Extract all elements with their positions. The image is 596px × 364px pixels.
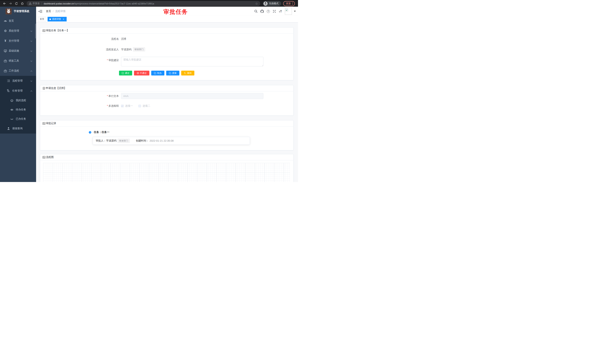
eye-open-icon [10,108,13,111]
created-time-label: 创建时间： [136,139,149,142]
browser-reload-button[interactable] [13,1,19,6]
incognito-badge: 无痕模式 [263,1,281,6]
checkbox-checked-icon [121,105,124,107]
refresh-left-icon [184,72,186,74]
clock-icon [89,131,91,134]
chevron-up-icon [30,89,32,92]
edit-icon [154,72,156,74]
bpmn-canvas-grid[interactable] [43,163,290,182]
address-bar[interactable]: 不安全 dashboard.yudao.iocoder.cn/bpm/proce… [27,1,260,6]
picture-icon [43,156,45,159]
tab-process-detail[interactable]: 流程详情 [48,17,67,22]
single-text-label: 单行文本 [40,94,119,98]
avatar[interactable] [285,8,292,15]
fullscreen-icon[interactable] [273,10,276,13]
close-icon[interactable] [62,18,65,21]
chevron-down-icon [30,49,32,52]
approval-buttons-row: 通过 不通过 转办 委派 退回 [119,71,293,75]
insecure-warning-icon [29,2,31,5]
sidebar-item-workflow[interactable]: 工作流程 [0,66,36,76]
browser-update-button[interactable]: 更新 [283,1,295,6]
record-detail-box: 审批人： 芋道源码 研发部门 创建时间： 2022-01-21 22:35:08 [93,137,250,145]
sidebar-item-label: 支付管理 [9,39,19,43]
picture-icon [43,122,45,125]
sidebar-item-home[interactable]: 首页 [0,16,36,26]
browser-menu-kebab-icon[interactable] [292,2,293,5]
avatar-dropdown-caret-icon[interactable] [294,11,296,12]
sidebar-item-process-mgmt[interactable]: 流程管理 [0,76,36,86]
sidebar-item-label: 已办任务 [16,117,26,121]
card-title: 申请信息【滔博】 [46,87,67,90]
browser-back-button[interactable] [1,1,7,6]
github-icon[interactable] [261,10,264,13]
approver-value: 芋道源码 [106,139,116,142]
delegate-button[interactable]: 委派 [166,71,179,75]
sidebar-item-payment-mgmt[interactable]: 支付管理 [0,36,36,46]
omnibox-divider [42,2,42,5]
transfer-button[interactable]: 转办 [151,71,164,75]
url-path: /bpm/process-instance/detail?id=54aa251f… [74,2,154,5]
created-time-value: 2022-01-21 22:35:08 [149,139,174,142]
browser-forward-button[interactable] [7,1,13,6]
robot-icon [10,99,13,102]
suggestion-textarea[interactable] [121,57,263,66]
tab-label: 流程详情 [52,18,61,21]
navbar-right-menu [254,7,296,16]
initiator-value: 芋道源码 [121,48,131,51]
return-button[interactable]: 退回 [181,71,194,75]
edit-icon [122,72,124,74]
sidebar-item-system-mgmt[interactable]: 系统管理 [0,26,36,36]
sidebar-item-leave-query[interactable]: 请假查询 [0,124,36,134]
main-content: 审批任务【任务一】 流程名 滔博 流程发起人 芋道源码 研发部门 审批建议 通过 [36,22,298,182]
gear-icon [4,29,7,32]
incognito-icon [264,2,268,6]
help-icon[interactable] [267,10,270,13]
checkbox-unchecked-icon [138,105,141,107]
checkbox-label: 选项二 [142,104,150,108]
sidebar-item-dev-tools[interactable]: 研发工具 [0,56,36,66]
sidebar-item-done-tasks[interactable]: 已办任务 [0,114,36,124]
toolbox-icon [4,69,7,72]
process-name-row: 流程名 滔博 [40,37,293,41]
button-label: 退回 [187,72,192,75]
sidebar-item-label: 我的流程 [16,99,26,102]
sidebar-item-infrastructure[interactable]: 基础设施 [0,46,36,56]
user-icon [7,127,10,130]
department-tag: 研发部门 [118,139,130,143]
browser-toolbar: 不安全 dashboard.yudao.iocoder.cn/bpm/proce… [0,0,298,7]
navbar: 首页 / 流程详情 审批任务 [36,7,298,16]
tab-home[interactable]: 首页 [38,17,46,22]
reject-button[interactable]: 不通过 [134,71,149,75]
sidebar-logo[interactable]: 芋道管理系统 [0,7,36,16]
browser-home-button[interactable] [19,1,25,6]
tags-view-bar: 首页 流程详情 [36,16,298,22]
breadcrumb-home[interactable]: 首页 [46,10,51,13]
approval-record-card: 审批记录 任务：任务一 审批人： 芋道源码 研发部门 创建时间： 2022-01… [40,120,294,150]
approve-button[interactable]: 通过 [119,71,132,75]
picture-icon [43,29,45,32]
checkbox-group-row: 多选框组 选项一 选项二 [40,104,293,108]
annotation-overlay-text: 审批任务 [164,8,188,16]
application-info-card-header: 申请信息【滔博】 [40,85,293,91]
sidebar-scrollbar[interactable] [35,24,36,38]
font-size-icon[interactable] [279,10,282,13]
sidebar-item-my-process[interactable]: 我的流程 [0,96,36,105]
card-title: 审批记录 [46,122,56,125]
search-icon[interactable] [254,10,258,13]
card-title: 流程图 [46,156,54,159]
sidebar-item-label: 流程管理 [12,79,22,82]
list-tree-icon [7,79,10,82]
toolbox-icon [4,59,7,62]
sidebar-toggle-icon[interactable] [38,9,42,13]
sidebar-item-label: 工作流程 [9,69,19,73]
chevron-down-icon [30,39,32,42]
sidebar-item-todo-tasks[interactable]: 待办任务 [0,105,36,114]
chevron-down-icon [30,29,32,32]
approval-task-card: 审批任务【任务一】 流程名 滔博 流程发起人 芋道源码 研发部门 审批建议 通过 [40,27,294,80]
button-label: 委派 [172,72,177,75]
sidebar-item-task-mgmt[interactable]: 任务管理 [0,86,36,96]
sidebar: 芋道管理系统 首页 系统管理 支付管理 基础设施 研发工具 工作流程 [0,7,36,182]
bookmark-star-icon[interactable] [255,2,258,5]
initiator-label: 流程发起人 [40,48,119,51]
button-label: 不通过 [140,72,147,75]
